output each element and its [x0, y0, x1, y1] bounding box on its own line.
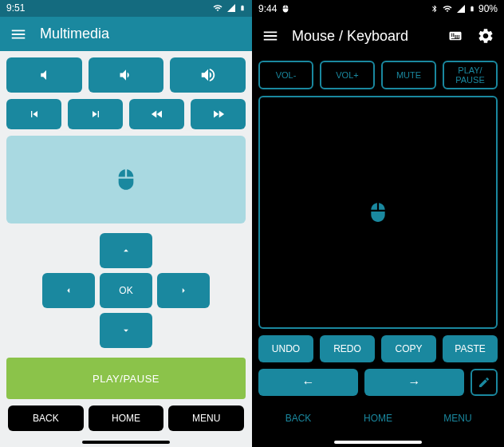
- mouse-icon: [368, 202, 388, 223]
- arrow-left-button[interactable]: ←: [258, 369, 358, 396]
- play-pause-button[interactable]: PLAY/PAUSE: [6, 358, 246, 399]
- previous-button[interactable]: [6, 99, 61, 129]
- dpad-down[interactable]: [100, 313, 152, 348]
- nav-bar: BACK HOME MENU: [258, 402, 498, 434]
- redo-button[interactable]: REDO: [320, 335, 375, 362]
- nav-menu[interactable]: MENU: [418, 402, 498, 434]
- vol-up-button[interactable]: VOL+: [320, 61, 375, 89]
- pencil-icon: [478, 376, 490, 389]
- wifi-icon: [442, 4, 453, 14]
- mouse-icon: [115, 168, 137, 191]
- volume-mid-button[interactable]: [89, 57, 164, 93]
- battery-percent: 90%: [478, 3, 498, 14]
- nav-home[interactable]: HOME: [89, 405, 164, 431]
- dpad-up[interactable]: [100, 233, 152, 268]
- status-icons: 90%: [431, 3, 498, 14]
- menu-icon[interactable]: [262, 27, 279, 45]
- arrow-right-button[interactable]: →: [364, 369, 464, 396]
- next-button[interactable]: [68, 99, 123, 129]
- page-title: Mouse / Keyboard: [292, 28, 434, 45]
- nav-back[interactable]: BACK: [8, 405, 84, 431]
- battery-icon: [239, 2, 246, 14]
- dpad-ok[interactable]: OK: [100, 273, 152, 308]
- nav-back[interactable]: BACK: [258, 402, 338, 434]
- paste-button[interactable]: PASTE: [443, 335, 498, 362]
- undo-button[interactable]: UNDO: [258, 335, 313, 362]
- battery-icon: [469, 3, 475, 14]
- status-bar: 9:44 90%: [252, 0, 504, 18]
- nav-bar: BACK HOME MENU: [6, 405, 246, 434]
- nav-home[interactable]: HOME: [338, 402, 418, 434]
- menu-icon[interactable]: [10, 26, 27, 43]
- trackpad[interactable]: [6, 136, 246, 224]
- volume-up-button[interactable]: [170, 57, 246, 93]
- edit-button[interactable]: [471, 369, 498, 396]
- clock: 9:51: [6, 2, 25, 14]
- nav-menu[interactable]: MENU: [168, 405, 244, 431]
- copy-button[interactable]: COPY: [381, 335, 436, 362]
- settings-icon[interactable]: [477, 27, 494, 45]
- status-icons: [212, 2, 246, 14]
- mute-button[interactable]: MUTE: [381, 61, 436, 89]
- trackpad[interactable]: [258, 96, 498, 329]
- mouse-keyboard-screen: 9:44 90% Mouse / Keyboard: [252, 0, 504, 447]
- status-bar: 9:51: [0, 0, 252, 17]
- app-bar: Multimedia: [0, 17, 252, 51]
- dpad: OK: [6, 233, 246, 348]
- mouse-status-icon: [282, 4, 289, 14]
- clock: 9:44: [258, 3, 277, 14]
- dpad-left[interactable]: [42, 273, 95, 308]
- play-pause-button[interactable]: PLAY/ PAUSE: [443, 61, 498, 89]
- signal-icon: [226, 3, 236, 13]
- dpad-right[interactable]: [157, 273, 210, 308]
- signal-icon: [456, 4, 466, 14]
- gesture-bar: [82, 441, 170, 444]
- vol-down-button[interactable]: VOL-: [258, 61, 313, 89]
- multimedia-screen: 9:51 Multimedia: [0, 0, 252, 447]
- volume-down-button[interactable]: [6, 57, 82, 93]
- keyboard-icon[interactable]: [447, 27, 464, 45]
- app-bar: Mouse / Keyboard: [252, 18, 504, 54]
- rewind-button[interactable]: [129, 99, 184, 129]
- bluetooth-icon: [431, 3, 439, 14]
- wifi-icon: [212, 3, 223, 13]
- page-title: Multimedia: [40, 26, 242, 42]
- gesture-bar: [334, 441, 422, 444]
- forward-button[interactable]: [191, 99, 246, 129]
